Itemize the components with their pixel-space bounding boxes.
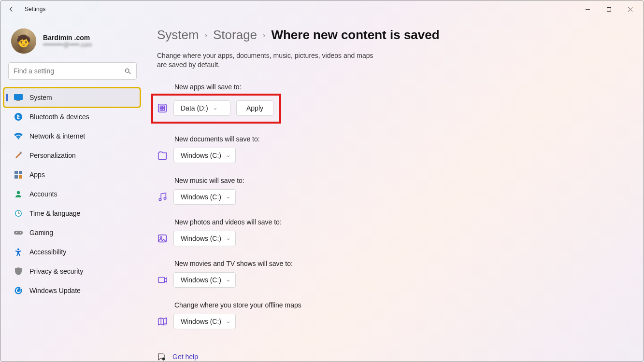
sidebar-item-label: Accessibility: [29, 248, 66, 256]
drive-select-documents[interactable]: Windows (C:) ⌄: [173, 148, 236, 163]
sidebar-item-time-language[interactable]: Time & language: [4, 204, 140, 223]
svg-rect-14: [19, 175, 22, 179]
get-help-row: ? Get help: [157, 352, 624, 361]
drive-select-value: Data (D:): [181, 104, 208, 112]
minimize-button[interactable]: [577, 2, 598, 16]
svg-point-22: [20, 232, 21, 233]
sidebar-item-apps[interactable]: Apps: [4, 166, 140, 184]
sidebar-item-network[interactable]: Network & internet: [4, 127, 140, 145]
svg-point-9: [17, 138, 19, 139]
sidebar-item-label: Windows Update: [29, 287, 81, 294]
chevron-right-icon: ›: [263, 31, 265, 40]
section-label: New movies and TV shows will save to:: [174, 260, 624, 267]
svg-rect-20: [14, 231, 23, 235]
section-label: New documents will save to:: [174, 135, 624, 143]
svg-point-4: [126, 69, 129, 72]
svg-rect-25: [158, 104, 167, 112]
shield-icon: [14, 267, 23, 276]
accessibility-icon: [14, 248, 23, 256]
profile-email: ••••••••••@•••••.com: [43, 42, 92, 48]
titlebar: Settings: [0, 0, 644, 18]
svg-rect-27: [163, 106, 165, 108]
sidebar-item-bluetooth[interactable]: Bluetooth & devices: [4, 108, 140, 126]
sidebar-item-personalization[interactable]: Personalization: [4, 146, 140, 165]
chevron-down-icon: ⌄: [226, 318, 230, 324]
svg-rect-34: [158, 277, 165, 282]
svg-point-30: [159, 198, 161, 201]
sidebar-item-windows-update[interactable]: Windows Update: [4, 281, 140, 300]
nav-list: System Bluetooth & devices Network & int…: [4, 88, 140, 300]
drive-select-apps[interactable]: Data (D:) ⌄: [173, 100, 230, 116]
svg-point-24: [15, 287, 22, 294]
chevron-down-icon: ⌄: [226, 152, 230, 158]
person-icon: [14, 190, 23, 198]
chevron-right-icon: ›: [205, 31, 207, 40]
content-area: System › Storage › Where new content is …: [145, 18, 644, 362]
get-help-link[interactable]: Get help: [172, 353, 198, 361]
svg-rect-26: [160, 106, 162, 108]
back-icon[interactable]: [8, 6, 18, 13]
drive-select-movies[interactable]: Windows (C:) ⌄: [173, 272, 236, 288]
sidebar-item-system[interactable]: System: [4, 88, 140, 107]
drive-select-value: Windows (C:): [181, 318, 221, 325]
svg-point-21: [16, 232, 17, 233]
section-label: New photos and videos will save to:: [174, 218, 624, 226]
help-icon: ?: [157, 352, 166, 361]
breadcrumb-system[interactable]: System: [157, 28, 199, 42]
drive-select-value: Windows (C:): [181, 276, 221, 284]
sidebar-item-privacy[interactable]: Privacy & security: [4, 262, 140, 280]
gamepad-icon: [14, 228, 23, 237]
sidebar-item-label: Personalization: [29, 152, 76, 159]
profile-block[interactable]: 🧒 Bardimin .com ••••••••••@•••••.com: [4, 24, 140, 62]
wifi-icon: [14, 132, 23, 140]
sidebar-item-label: Accounts: [29, 190, 57, 198]
close-button[interactable]: [619, 2, 641, 16]
movies-category-icon: [157, 275, 168, 285]
section-documents: New documents will save to: Windows (C:)…: [157, 135, 624, 163]
clock-icon: [14, 209, 23, 218]
drive-select-music[interactable]: Windows (C:) ⌄: [173, 189, 236, 205]
photos-category-icon: [157, 233, 168, 244]
svg-rect-6: [14, 94, 23, 100]
avatar: 🧒: [11, 28, 36, 54]
breadcrumb: System › Storage › Where new content is …: [157, 28, 624, 42]
chevron-down-icon: ⌄: [226, 235, 230, 241]
sidebar-item-accounts[interactable]: Accounts: [4, 185, 140, 203]
sidebar-item-label: Network & internet: [29, 132, 85, 140]
section-maps: Change where you store your offline maps…: [157, 301, 624, 329]
music-category-icon: [157, 192, 168, 202]
svg-rect-13: [14, 175, 18, 179]
sidebar-item-label: Time & language: [29, 209, 80, 217]
sidebar: 🧒 Bardimin .com ••••••••••@•••••.com Sys…: [0, 18, 145, 362]
apply-button[interactable]: Apply: [236, 100, 273, 116]
svg-point-15: [17, 191, 20, 194]
maximize-button[interactable]: [598, 2, 619, 16]
search-input[interactable]: [14, 67, 124, 75]
sidebar-item-accessibility[interactable]: Accessibility: [4, 243, 140, 261]
svg-rect-29: [163, 109, 165, 111]
drive-select-photos[interactable]: Windows (C:) ⌄: [173, 231, 236, 246]
sidebar-item-gaming[interactable]: Gaming: [4, 223, 140, 242]
update-icon: [14, 286, 23, 295]
search-icon: [124, 68, 131, 75]
section-label: New apps will save to:: [174, 83, 624, 91]
drive-select-maps[interactable]: Windows (C:) ⌄: [173, 314, 236, 329]
svg-point-31: [164, 197, 166, 199]
section-apps: New apps will save to: Data (D:) ⌄ Apply: [157, 83, 624, 122]
highlight-apps: Data (D:) ⌄ Apply: [153, 96, 279, 122]
documents-category-icon: [157, 150, 168, 161]
drive-select-value: Windows (C:): [181, 152, 221, 159]
profile-name: Bardimin .com: [43, 34, 92, 42]
search-box[interactable]: [8, 62, 137, 80]
apps-category-icon: [157, 103, 168, 113]
svg-line-5: [129, 72, 130, 74]
breadcrumb-current: Where new content is saved: [271, 28, 439, 42]
section-movies: New movies and TV shows will save to: Wi…: [157, 260, 624, 288]
sidebar-item-label: Bluetooth & devices: [29, 113, 89, 121]
drive-select-value: Windows (C:): [181, 193, 221, 201]
chevron-down-icon: ⌄: [226, 277, 230, 283]
app-title: Settings: [25, 6, 45, 13]
chevron-down-icon: ⌄: [226, 194, 230, 200]
chevron-down-icon: ⌄: [213, 105, 217, 111]
breadcrumb-storage[interactable]: Storage: [213, 28, 257, 42]
